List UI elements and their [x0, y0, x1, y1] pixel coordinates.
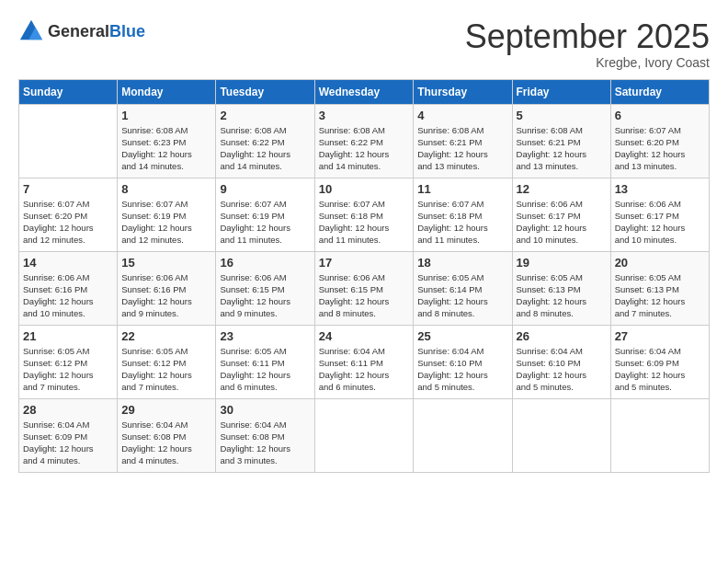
calendar-cell: 24Sunrise: 6:04 AM Sunset: 6:11 PM Dayli…	[314, 325, 414, 398]
calendar-cell: 28Sunrise: 6:04 AM Sunset: 6:09 PM Dayli…	[19, 398, 118, 472]
day-info: Sunrise: 6:07 AM Sunset: 6:19 PM Dayligh…	[220, 198, 310, 247]
calendar-cell: 12Sunrise: 6:06 AM Sunset: 6:17 PM Dayli…	[512, 178, 610, 251]
calendar-cell: 20Sunrise: 6:05 AM Sunset: 6:13 PM Dayli…	[610, 251, 709, 325]
day-number: 25	[417, 329, 507, 343]
day-info: Sunrise: 6:07 AM Sunset: 6:18 PM Dayligh…	[319, 198, 410, 247]
day-info: Sunrise: 6:08 AM Sunset: 6:23 PM Dayligh…	[121, 124, 211, 173]
day-info: Sunrise: 6:08 AM Sunset: 6:22 PM Dayligh…	[220, 124, 310, 173]
header-row: SundayMondayTuesdayWednesdayThursdayFrid…	[19, 79, 710, 104]
calendar-cell: 13Sunrise: 6:06 AM Sunset: 6:17 PM Dayli…	[610, 178, 709, 251]
day-info: Sunrise: 6:05 AM Sunset: 6:13 PM Dayligh…	[615, 271, 705, 320]
calendar-cell	[314, 398, 414, 472]
page-header: GeneralBlue September 2025 Kregbe, Ivory…	[18, 18, 710, 70]
day-info: Sunrise: 6:08 AM Sunset: 6:21 PM Dayligh…	[517, 124, 607, 173]
calendar-cell	[19, 104, 118, 178]
calendar-cell: 5Sunrise: 6:08 AM Sunset: 6:21 PM Daylig…	[512, 104, 610, 178]
day-info: Sunrise: 6:07 AM Sunset: 6:20 PM Dayligh…	[615, 124, 705, 173]
day-number: 19	[517, 256, 607, 270]
calendar-cell: 17Sunrise: 6:06 AM Sunset: 6:15 PM Dayli…	[314, 251, 414, 325]
calendar-cell: 2Sunrise: 6:08 AM Sunset: 6:22 PM Daylig…	[216, 104, 314, 178]
day-info: Sunrise: 6:06 AM Sunset: 6:17 PM Dayligh…	[517, 198, 607, 247]
day-info: Sunrise: 6:08 AM Sunset: 6:22 PM Dayligh…	[319, 124, 410, 173]
day-info: Sunrise: 6:05 AM Sunset: 6:12 PM Dayligh…	[23, 345, 113, 394]
day-info: Sunrise: 6:07 AM Sunset: 6:20 PM Dayligh…	[23, 198, 113, 247]
day-info: Sunrise: 6:04 AM Sunset: 6:08 PM Dayligh…	[121, 419, 211, 467]
calendar-cell: 1Sunrise: 6:08 AM Sunset: 6:23 PM Daylig…	[118, 104, 216, 178]
logo: GeneralBlue	[18, 18, 145, 44]
calendar-body: 1Sunrise: 6:08 AM Sunset: 6:23 PM Daylig…	[19, 104, 710, 472]
day-info: Sunrise: 6:07 AM Sunset: 6:18 PM Dayligh…	[417, 198, 507, 247]
calendar-cell: 19Sunrise: 6:05 AM Sunset: 6:13 PM Dayli…	[512, 251, 610, 325]
calendar-cell: 10Sunrise: 6:07 AM Sunset: 6:18 PM Dayli…	[314, 178, 414, 251]
header-day: Wednesday	[314, 79, 414, 104]
day-info: Sunrise: 6:05 AM Sunset: 6:11 PM Dayligh…	[220, 345, 310, 394]
header-day: Sunday	[19, 79, 118, 104]
calendar-cell: 6Sunrise: 6:07 AM Sunset: 6:20 PM Daylig…	[610, 104, 709, 178]
day-number: 24	[319, 329, 410, 343]
day-number: 18	[417, 256, 507, 270]
calendar-cell: 26Sunrise: 6:04 AM Sunset: 6:10 PM Dayli…	[512, 325, 610, 398]
calendar-cell: 15Sunrise: 6:06 AM Sunset: 6:16 PM Dayli…	[118, 251, 216, 325]
calendar-cell: 30Sunrise: 6:04 AM Sunset: 6:08 PM Dayli…	[216, 398, 314, 472]
day-number: 22	[121, 329, 211, 343]
day-number: 2	[220, 109, 310, 122]
day-info: Sunrise: 6:04 AM Sunset: 6:08 PM Dayligh…	[220, 419, 310, 467]
day-number: 13	[615, 182, 705, 196]
calendar-cell: 11Sunrise: 6:07 AM Sunset: 6:18 PM Dayli…	[414, 178, 512, 251]
logo-icon	[18, 18, 44, 44]
calendar-cell: 3Sunrise: 6:08 AM Sunset: 6:22 PM Daylig…	[314, 104, 414, 178]
header-day: Friday	[512, 79, 610, 104]
day-info: Sunrise: 6:06 AM Sunset: 6:15 PM Dayligh…	[220, 271, 310, 320]
day-number: 12	[517, 182, 607, 196]
calendar-header: SundayMondayTuesdayWednesdayThursdayFrid…	[19, 79, 710, 104]
header-day: Saturday	[610, 79, 709, 104]
day-number: 26	[517, 329, 607, 343]
day-number: 6	[615, 109, 705, 122]
day-info: Sunrise: 6:04 AM Sunset: 6:10 PM Dayligh…	[417, 345, 507, 394]
day-number: 30	[220, 403, 310, 417]
calendar-cell: 25Sunrise: 6:04 AM Sunset: 6:10 PM Dayli…	[414, 325, 512, 398]
day-number: 10	[319, 182, 410, 196]
header-day: Tuesday	[216, 79, 314, 104]
day-info: Sunrise: 6:07 AM Sunset: 6:19 PM Dayligh…	[121, 198, 211, 247]
day-info: Sunrise: 6:06 AM Sunset: 6:16 PM Dayligh…	[121, 271, 211, 320]
day-info: Sunrise: 6:06 AM Sunset: 6:16 PM Dayligh…	[23, 271, 113, 320]
day-number: 3	[319, 109, 410, 122]
calendar-cell: 22Sunrise: 6:05 AM Sunset: 6:12 PM Dayli…	[118, 325, 216, 398]
day-number: 29	[121, 403, 211, 417]
day-info: Sunrise: 6:04 AM Sunset: 6:09 PM Dayligh…	[23, 419, 113, 467]
calendar-cell: 4Sunrise: 6:08 AM Sunset: 6:21 PM Daylig…	[414, 104, 512, 178]
calendar-cell	[414, 398, 512, 472]
day-number: 5	[517, 109, 607, 122]
day-number: 14	[23, 256, 113, 270]
calendar-cell	[610, 398, 709, 472]
header-day: Monday	[118, 79, 216, 104]
day-number: 11	[417, 182, 507, 196]
location-subtitle: Kregbe, Ivory Coast	[465, 55, 710, 70]
calendar-week: 28Sunrise: 6:04 AM Sunset: 6:09 PM Dayli…	[19, 398, 710, 472]
day-number: 17	[319, 256, 410, 270]
calendar-cell: 9Sunrise: 6:07 AM Sunset: 6:19 PM Daylig…	[216, 178, 314, 251]
logo-general: GeneralBlue	[48, 22, 145, 41]
calendar-cell: 14Sunrise: 6:06 AM Sunset: 6:16 PM Dayli…	[19, 251, 118, 325]
title-section: September 2025 Kregbe, Ivory Coast	[465, 18, 710, 70]
month-title: September 2025	[465, 18, 710, 55]
calendar-cell: 8Sunrise: 6:07 AM Sunset: 6:19 PM Daylig…	[118, 178, 216, 251]
day-info: Sunrise: 6:04 AM Sunset: 6:10 PM Dayligh…	[517, 345, 607, 394]
day-number: 4	[417, 109, 507, 122]
day-info: Sunrise: 6:05 AM Sunset: 6:12 PM Dayligh…	[121, 345, 211, 394]
calendar-week: 21Sunrise: 6:05 AM Sunset: 6:12 PM Dayli…	[19, 325, 710, 398]
calendar-table: SundayMondayTuesdayWednesdayThursdayFrid…	[18, 79, 710, 473]
calendar-cell: 7Sunrise: 6:07 AM Sunset: 6:20 PM Daylig…	[19, 178, 118, 251]
day-info: Sunrise: 6:05 AM Sunset: 6:14 PM Dayligh…	[417, 271, 507, 320]
day-info: Sunrise: 6:06 AM Sunset: 6:15 PM Dayligh…	[319, 271, 410, 320]
calendar-week: 1Sunrise: 6:08 AM Sunset: 6:23 PM Daylig…	[19, 104, 710, 178]
day-info: Sunrise: 6:04 AM Sunset: 6:11 PM Dayligh…	[319, 345, 410, 394]
day-info: Sunrise: 6:06 AM Sunset: 6:17 PM Dayligh…	[615, 198, 705, 247]
day-number: 21	[23, 329, 113, 343]
calendar-cell: 16Sunrise: 6:06 AM Sunset: 6:15 PM Dayli…	[216, 251, 314, 325]
calendar-cell: 29Sunrise: 6:04 AM Sunset: 6:08 PM Dayli…	[118, 398, 216, 472]
calendar-cell: 27Sunrise: 6:04 AM Sunset: 6:09 PM Dayli…	[610, 325, 709, 398]
calendar-cell	[512, 398, 610, 472]
day-info: Sunrise: 6:05 AM Sunset: 6:13 PM Dayligh…	[517, 271, 607, 320]
